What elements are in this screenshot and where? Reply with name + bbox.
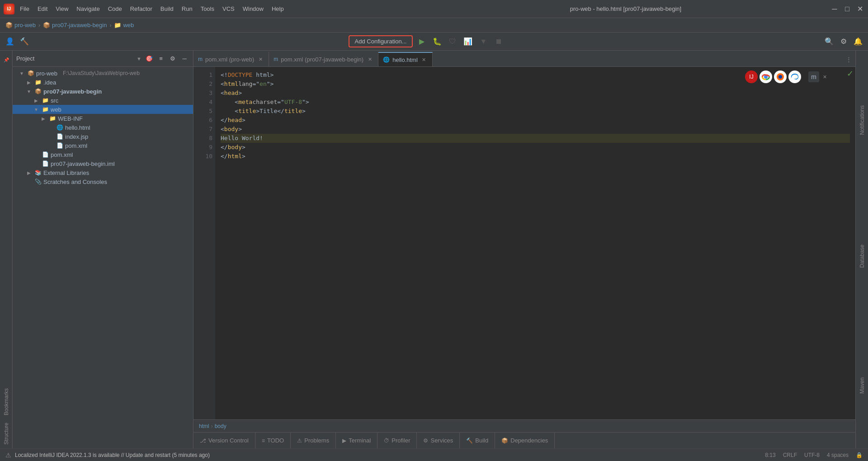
title-bar: IJ File Edit View Navigate Code Refactor… (0, 0, 868, 18)
edge-icon[interactable] (788, 71, 801, 83)
tree-item-pro07[interactable]: ▼ 📦 pro07-javaweb-begin (13, 87, 193, 96)
bottom-tab-build[interactable]: 🔨 Build (460, 433, 495, 448)
hide-panel-icon[interactable]: ─ (179, 54, 189, 64)
tree-item-pom-outer[interactable]: 📄 pom.xml (13, 150, 193, 159)
intellij-browser-icon[interactable]: IJ (745, 71, 758, 83)
hammer-icon[interactable]: 🔨 (18, 35, 31, 48)
tree-item-src[interactable]: ▶ 📁 src (13, 96, 193, 105)
bottom-tab-dependencies[interactable]: 📦 Dependencies (495, 433, 555, 448)
breadcrumb-module[interactable]: 📦 pro07-javaweb-begin (43, 22, 107, 28)
breadcrumb-html[interactable]: html (199, 423, 209, 429)
tree-item-index-jsp[interactable]: 📄 index.jsp (13, 132, 193, 141)
code-editor[interactable]: 1 2 3 4 5 6 7 8 9 10 <!DOCTYPE html> <ht… (193, 67, 855, 419)
tab-label: pom.xml (pro07-javaweb-begin) (281, 56, 363, 63)
search-everywhere-button[interactable]: 🔍 (823, 35, 835, 48)
bottom-tab-problems[interactable]: ⚠ Problems (291, 433, 336, 448)
xml-file-icon: 📄 (42, 151, 49, 158)
project-panel-toggle[interactable]: 📌 (1, 54, 12, 65)
vcs-lock-icon: 🔒 (856, 452, 863, 458)
menu-vcs[interactable]: VCS (219, 4, 238, 14)
maximize-button[interactable]: □ (843, 5, 852, 14)
menu-edit[interactable]: Edit (34, 4, 51, 14)
tab-pom-web[interactable]: m pom.xml (pro-web) ✕ (193, 52, 269, 66)
firefox-icon[interactable] (774, 71, 787, 83)
settings-button[interactable]: ⚙ (837, 35, 850, 48)
minimize-button[interactable]: ─ (830, 5, 839, 14)
tab-pom-pro07[interactable]: m pom.xml (pro07-javaweb-begin) ✕ (269, 52, 378, 66)
scroll-from-source-icon[interactable]: 🎯 (144, 54, 154, 64)
tree-label: hello.html (65, 124, 90, 131)
updates-button[interactable]: 🔔 (852, 35, 864, 48)
profile-button[interactable]: 📊 (462, 35, 474, 48)
bottom-tab-profiler[interactable]: ⏱ Profiler (377, 433, 417, 448)
bottom-tab-label: Dependencies (510, 437, 548, 444)
tree-label: pro07-javaweb-begin (43, 88, 102, 95)
menu-build[interactable]: Build (157, 4, 177, 14)
account-icon[interactable]: 👤 (4, 35, 16, 48)
maven-sidebar-tab[interactable]: Maven (858, 374, 866, 397)
menu-tools[interactable]: Tools (197, 4, 218, 14)
code-line-3: <head> (221, 89, 850, 98)
tab-close-button[interactable]: ✕ (420, 56, 428, 63)
tab-close-button[interactable]: ✕ (366, 56, 373, 63)
tree-item-scratches[interactable]: 📎 Scratches and Consoles (13, 177, 193, 186)
tree-item-ext-libs[interactable]: ▶ 📚 External Libraries (13, 168, 193, 177)
menu-refactor[interactable]: Refactor (127, 4, 156, 14)
line-separator[interactable]: CRLF (783, 452, 797, 458)
menu-help[interactable]: Help (268, 4, 288, 14)
more-run-button[interactable]: ▼ (477, 35, 490, 48)
run-button[interactable]: ▶ (415, 35, 428, 48)
debug-button[interactable]: 🐛 (431, 35, 443, 48)
breadcrumb-pro-web[interactable]: 📦 pro-web (5, 22, 36, 28)
tab-close-button[interactable]: ✕ (257, 56, 264, 63)
menu-window[interactable]: Window (239, 4, 267, 14)
project-tree: ▼ 📦 pro-web F:\JavaStudy\JavaWeb\pro-web… (13, 67, 193, 448)
notifications-sidebar-tab[interactable]: Notifications (858, 102, 866, 138)
bottom-tab-version-control[interactable]: ⎇ Version Control (193, 433, 255, 448)
tree-item-pom-inner[interactable]: 📄 pom.xml (13, 141, 193, 150)
tree-item-iml[interactable]: 📄 pro07-javaweb-begin.iml (13, 159, 193, 168)
tree-item-idea[interactable]: ▶ 📁 .idea (13, 78, 193, 87)
indent-info[interactable]: 4 spaces (827, 452, 849, 458)
menu-code[interactable]: Code (104, 4, 126, 14)
panel-header-icons: 🎯 ≡ ⚙ ─ (144, 54, 189, 64)
more-tabs-button[interactable]: ⋮ (842, 52, 855, 66)
tree-path: F:\JavaStudy\JavaWeb\pro-web (63, 70, 140, 76)
tree-item-pro-web[interactable]: ▼ 📦 pro-web F:\JavaStudy\JavaWeb\pro-web (13, 69, 193, 78)
panel-dropdown-arrow[interactable]: ▼ (137, 56, 142, 61)
menu-bar: File Edit View Navigate Code Refactor Bu… (16, 4, 421, 14)
status-message[interactable]: Localized IntelliJ IDEA 2022.1.3 is avai… (15, 452, 761, 458)
stop-button[interactable]: ⏹ (492, 35, 505, 48)
tree-item-webinf[interactable]: ▶ 📁 WEB-INF (13, 114, 193, 123)
structure-tab[interactable]: Structure (2, 419, 10, 448)
folder-icon: 📁 (42, 106, 49, 113)
chrome-icon[interactable] (760, 71, 772, 83)
menu-file[interactable]: File (16, 4, 33, 14)
breadcrumb-web[interactable]: 📁 web (114, 22, 134, 28)
code-content[interactable]: <!DOCTYPE html> <html lang="en"> <head> … (215, 67, 855, 419)
menu-navigate[interactable]: Navigate (73, 4, 103, 14)
bottom-tab-terminal[interactable]: ▶ Terminal (336, 433, 377, 448)
menu-run[interactable]: Run (178, 4, 196, 14)
cursor-position[interactable]: 8:13 (765, 452, 775, 458)
close-button[interactable]: ✕ (855, 5, 864, 14)
tree-item-web[interactable]: ▼ 📁 web (13, 105, 193, 114)
settings-gear-icon[interactable]: ⚙ (168, 54, 178, 64)
database-sidebar-tab[interactable]: Database (858, 241, 866, 271)
far-left-sidebar: 📌 Bookmarks Structure (0, 51, 13, 448)
add-configuration-button[interactable]: Add Configuration... (349, 35, 413, 47)
html-file-icon: 🌐 (56, 124, 63, 131)
bottom-tab-label: Version Control (208, 437, 249, 444)
close-browser-icons-button[interactable]: ✕ (821, 73, 828, 80)
encoding[interactable]: UTF-8 (804, 452, 820, 458)
run-file-icon[interactable]: m (808, 71, 819, 82)
bottom-tab-todo[interactable]: ≡ TODO (255, 433, 291, 448)
tab-hello-html[interactable]: 🌐 hello.html ✕ (378, 52, 433, 66)
menu-view[interactable]: View (52, 4, 72, 14)
breadcrumb-body[interactable]: body (215, 423, 226, 429)
bottom-tab-services[interactable]: ⚙ Services (417, 433, 460, 448)
bookmarks-tab[interactable]: Bookmarks (2, 385, 10, 419)
coverage-button[interactable]: 🛡 (446, 35, 459, 48)
collapse-all-icon[interactable]: ≡ (156, 54, 166, 64)
tree-item-hello-html[interactable]: 🌐 hello.html (13, 123, 193, 132)
